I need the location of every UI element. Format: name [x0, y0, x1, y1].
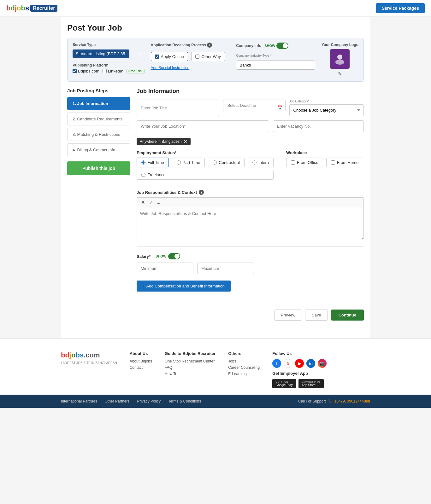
terms-link[interactable]: Terms & Conditions — [168, 399, 201, 403]
footer-others-col: Others Jobs Career Counseling E-Learning — [228, 351, 260, 388]
publish-job-button[interactable]: Publish this job — [67, 161, 130, 175]
footer-about-col: About Us About Bdjobs Contact — [130, 351, 152, 388]
workplace-label: Workplace — [286, 150, 363, 155]
free-trial-badge: Free Trial — [127, 69, 144, 73]
step-candidate-requirements[interactable]: 2. Candidate Requirements — [67, 113, 130, 125]
save-button[interactable]: Save — [305, 310, 328, 321]
google-icon[interactable]: G — [284, 359, 292, 368]
company-logo-box — [330, 49, 350, 69]
footer-guide-col: Guide to Bdjobs Recruiter One Stop Recru… — [165, 351, 216, 388]
service-type-section: Service Type Standard Listing (BDT 2,85 … — [73, 43, 145, 73]
footer-faq-link[interactable]: FAQ — [165, 365, 216, 370]
preview-button[interactable]: Preview — [274, 310, 302, 321]
facebook-icon[interactable]: f — [272, 359, 281, 368]
footer-logo-sub: LARGEST JOB SITE IN BANGLADESH — [61, 361, 117, 365]
service-type-select[interactable]: Standard Listing (BDT 2,85 — [73, 49, 129, 58]
employment-options-group: Full Time Part Time Contractual Int — [137, 158, 274, 167]
toolbar-list-btn[interactable]: ≡ — [156, 200, 161, 206]
deadline-input[interactable] — [223, 100, 285, 111]
footer-guide-title: Guide to Bdjobs Recruiter — [165, 351, 216, 356]
add-special-instruction-link[interactable]: Add Special Instruction — [151, 66, 230, 70]
employment-intern[interactable]: Intern — [248, 158, 274, 167]
company-logo-section: Your Company Logo ✎ — [322, 43, 358, 77]
footer-inner: bdjobs.com LARGEST JOB SITE IN BANGLADES… — [61, 351, 370, 388]
job-title-input[interactable] — [137, 100, 219, 116]
company-industry-input[interactable] — [236, 61, 315, 70]
toggle-switch[interactable] — [276, 43, 288, 49]
get-employer-app-label: Get Employer App — [272, 371, 327, 376]
remove-location-tag[interactable]: ✕ — [184, 139, 187, 144]
category-field: Job Category* Choose a Job Category — [289, 100, 364, 116]
form-row-2 — [137, 120, 364, 132]
footer-main: bdjobs.com LARGEST JOB SITE IN BANGLADES… — [0, 338, 431, 395]
responsibilities-textarea[interactable] — [137, 208, 364, 239]
step-job-information[interactable]: 1. Job Information — [67, 97, 130, 110]
toolbar-italic-btn[interactable]: I — [149, 200, 153, 206]
workplace-from-office[interactable]: From Office — [286, 158, 323, 167]
category-label: Job Category* — [289, 100, 364, 103]
form-row-1: 📅 Job Category* Choose a Job Category — [137, 100, 364, 116]
app-store-btn[interactable]: Download on the App Store — [298, 379, 324, 388]
intl-partners-link[interactable]: International Partners — [61, 399, 97, 403]
youtube-icon[interactable]: ▶ — [295, 359, 304, 368]
top-config-bar: Service Type Standard Listing (BDT 2,85 … — [67, 38, 364, 82]
workplace-section: Workplace From Office From Home — [286, 150, 363, 180]
footer-howto-link[interactable]: How To — [165, 372, 216, 376]
company-logo-label: Your Company Logo — [322, 43, 358, 47]
employment-contractual[interactable]: Contractual — [208, 158, 244, 167]
footer-contact-link[interactable]: Contact — [130, 365, 152, 370]
employment-freelance[interactable]: Freelance — [137, 170, 274, 180]
service-packages-button[interactable]: Service Packages — [376, 3, 425, 13]
workplace-options-group: From Office From Home — [286, 158, 363, 167]
main-content: Post Your Job Service Type Standard List… — [61, 17, 370, 338]
footer-one-stop-link[interactable]: One Stop Recruitment Center — [165, 359, 216, 363]
toolbar-bold-btn[interactable]: B — [140, 200, 146, 206]
category-select[interactable]: Choose a Job Category — [289, 104, 364, 116]
salary-toggle[interactable]: SHOW — [156, 253, 180, 259]
step-matching-restrictions[interactable]: 3. Matching & Restrictions — [67, 128, 130, 141]
service-type-label: Service Type — [73, 43, 145, 47]
employment-part-time[interactable]: Part Time — [172, 158, 205, 167]
location-input[interactable] — [137, 120, 269, 132]
steps-sidebar: Job Posting Steps 1. Job Information 2. … — [67, 88, 130, 326]
add-compensation-button[interactable]: + Add Compensation and Benefit Informati… — [137, 281, 231, 292]
footer-jobs-link[interactable]: Jobs — [228, 359, 260, 363]
salary-header: Salary* SHOW — [137, 253, 364, 259]
other-way-checkbox[interactable] — [195, 55, 199, 59]
svg-point-0 — [337, 55, 342, 60]
instagram-icon[interactable]: 📷 — [318, 359, 327, 368]
job-form-title: Job Information — [137, 88, 364, 95]
divider-1 — [137, 246, 364, 247]
edit-logo-button[interactable]: ✎ — [338, 71, 342, 77]
privacy-policy-link[interactable]: Privacy Policy — [137, 399, 161, 403]
recv-options: Apply Online Other Way — [151, 52, 230, 61]
employment-status-label: Employment Status* — [137, 150, 274, 155]
steps-title: Job Posting Steps — [67, 88, 130, 93]
other-way-btn[interactable]: Other Way — [191, 52, 225, 61]
continue-button[interactable]: Continue — [331, 310, 364, 321]
linkedin-platform-checkbox[interactable]: LinkedIn — [103, 69, 123, 73]
company-industry-label: Company Industry Type * — [236, 54, 315, 57]
apply-online-btn[interactable]: Apply Online — [151, 52, 188, 61]
publishing-platform-row: Publishing Platform Bdjobs.com LinkedIn … — [73, 62, 145, 73]
app-recv-label: Application Receiving Process i — [151, 43, 230, 48]
apply-online-checkbox[interactable] — [155, 55, 159, 59]
bdjobs-checkbox-input[interactable] — [73, 69, 77, 73]
employment-full-time[interactable]: Full Time — [137, 158, 169, 167]
step-billing-contact[interactable]: 4. Billing & Contact Info — [67, 143, 130, 156]
linkedin-icon[interactable]: in — [306, 359, 315, 368]
salary-min-input[interactable] — [137, 263, 193, 274]
footer-elearning-link[interactable]: E-Learning — [228, 372, 260, 376]
workplace-from-home[interactable]: From Home — [326, 158, 363, 167]
footer-career-link[interactable]: Career Counseling — [228, 365, 260, 370]
linkedin-checkbox-input[interactable] — [103, 69, 107, 73]
other-partners-link[interactable]: Other Partners — [105, 399, 130, 403]
responsibilities-label: Job Responsibilities & Context i — [137, 190, 364, 195]
footer-about-bdjobs[interactable]: About Bdjobs — [130, 359, 152, 363]
salary-toggle-switch[interactable] — [168, 253, 180, 259]
google-play-btn[interactable]: GET IT ON Google Play — [272, 379, 296, 388]
bdjobs-platform-checkbox[interactable]: Bdjobs.com — [73, 69, 99, 73]
salary-max-input[interactable] — [197, 263, 254, 274]
company-info-toggle[interactable]: SHOW — [264, 43, 288, 49]
vacancy-input[interactable] — [273, 120, 364, 132]
